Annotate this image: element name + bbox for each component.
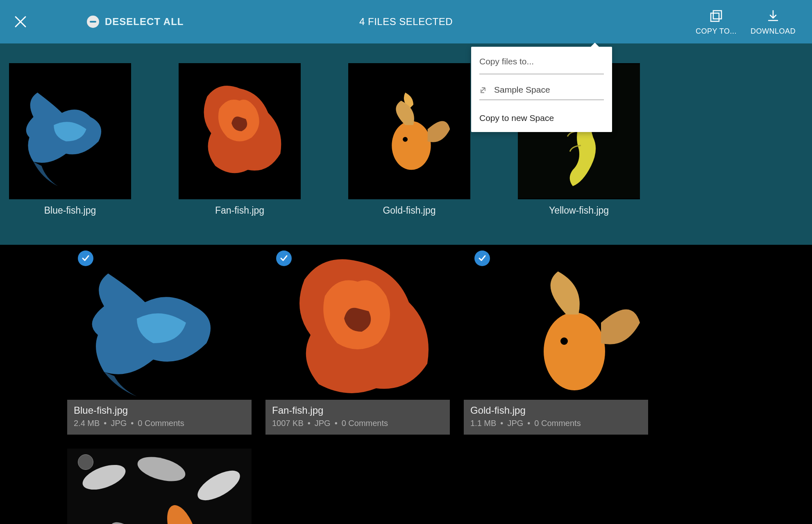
copy-to-popover: Copy files to... Sample Space Copy to ne… xyxy=(471,47,612,132)
file-thumbnail xyxy=(265,245,450,400)
deselect-all-button[interactable]: DESELECT ALL xyxy=(87,16,184,28)
deselect-icon xyxy=(87,16,99,28)
selection-tray: Blue-fish.jpg Fan-fish.jpg Gold-fish.jpg xyxy=(0,43,812,245)
popover-new-space[interactable]: Copy to new Space xyxy=(479,106,604,123)
download-label: DOWNLOAD xyxy=(751,27,796,36)
svg-rect-1 xyxy=(713,11,721,19)
copy-to-label: COPY TO... xyxy=(696,27,737,36)
fish-art-fan xyxy=(179,63,301,199)
fish-art-gold xyxy=(348,63,470,199)
file-name: Blue-fish.jpg xyxy=(74,405,245,416)
popover-space-label: Sample Space xyxy=(494,85,550,95)
open-external-icon xyxy=(479,85,488,94)
svg-point-5 xyxy=(392,121,431,170)
svg-point-12 xyxy=(544,312,605,390)
file-thumbnail xyxy=(67,245,252,400)
svg-point-13 xyxy=(560,337,568,345)
check-icon xyxy=(81,254,90,263)
tray-thumbnail xyxy=(348,63,470,199)
file-details: 2.4 MB•JPG•0 Comments xyxy=(74,419,245,428)
selection-badge[interactable] xyxy=(276,251,292,266)
file-name: Gold-fish.jpg xyxy=(470,405,642,416)
file-details: 1007 KB•JPG•0 Comments xyxy=(272,419,443,428)
selection-badge[interactable] xyxy=(474,251,490,266)
file-meta: Fan-fish.jpg 1007 KB•JPG•0 Comments xyxy=(265,400,450,435)
download-button[interactable]: DOWNLOAD xyxy=(751,8,796,36)
svg-rect-0 xyxy=(711,13,719,21)
file-thumbnail xyxy=(67,449,252,524)
file-thumbnail xyxy=(464,245,648,400)
divider xyxy=(479,74,604,74)
tray-item-label: Blue-fish.jpg xyxy=(44,205,96,216)
selected-count: 4 FILES SELECTED xyxy=(359,16,453,27)
selection-badge[interactable] xyxy=(78,454,93,470)
check-icon xyxy=(279,254,288,263)
selection-badge[interactable] xyxy=(78,251,93,266)
tray-thumbnail xyxy=(9,63,131,199)
tray-item-label: Fan-fish.jpg xyxy=(215,205,264,216)
copy-icon xyxy=(709,8,723,24)
file-card[interactable]: Gold-fish.jpg 1.1 MB•JPG•0 Comments xyxy=(464,245,648,435)
file-card[interactable]: Fan-fish.jpg 1007 KB•JPG•0 Comments xyxy=(265,245,450,435)
tray-item-label: Gold-fish.jpg xyxy=(383,205,435,216)
deselect-label: DESELECT ALL xyxy=(105,16,184,27)
tray-item[interactable]: Blue-fish.jpg xyxy=(9,63,131,216)
check-icon xyxy=(478,254,487,263)
close-button[interactable] xyxy=(11,13,29,31)
tray-item[interactable]: Gold-fish.jpg xyxy=(348,63,470,216)
file-details: 1.1 MB•JPG•0 Comments xyxy=(470,419,642,428)
selection-toolbar: DESELECT ALL 4 FILES SELECTED COPY TO...… xyxy=(0,0,812,43)
tray-thumbnail xyxy=(179,63,301,199)
close-icon xyxy=(14,15,27,28)
fish-art-blue xyxy=(9,63,131,199)
divider xyxy=(479,100,604,100)
tray-item[interactable]: Fan-fish.jpg xyxy=(179,63,301,216)
file-card[interactable]: Blue-fish.jpg 2.4 MB•JPG•0 Comments xyxy=(67,245,252,435)
file-meta: Gold-fish.jpg 1.1 MB•JPG•0 Comments xyxy=(464,400,648,435)
copy-to-button[interactable]: COPY TO... xyxy=(696,8,737,36)
svg-point-6 xyxy=(403,137,408,142)
file-card[interactable]: Multi-fish.jpg 4.6 MB•JPG•0 Comments xyxy=(67,449,252,524)
download-icon xyxy=(766,8,780,24)
popover-space-item[interactable]: Sample Space xyxy=(479,80,604,100)
file-grid: Blue-fish.jpg 2.4 MB•JPG•0 Comments Fan-… xyxy=(0,245,812,524)
file-name: Fan-fish.jpg xyxy=(272,405,443,416)
popover-title: Copy files to... xyxy=(479,57,604,66)
file-meta: Blue-fish.jpg 2.4 MB•JPG•0 Comments xyxy=(67,400,252,435)
tray-item-label: Yellow-fish.jpg xyxy=(549,205,609,216)
